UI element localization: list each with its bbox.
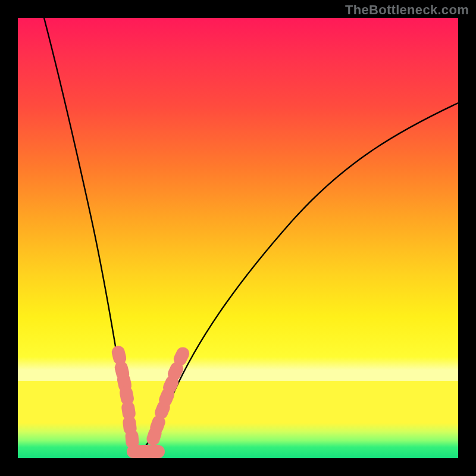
right-limb-path (137, 103, 458, 454)
watermark-text: TheBottleneck.com (345, 2, 469, 18)
marker (146, 445, 165, 458)
curve-layer (18, 18, 458, 458)
chart-frame: TheBottleneck.com (0, 0, 476, 476)
marker-group (110, 345, 191, 458)
plot-area (18, 18, 458, 458)
